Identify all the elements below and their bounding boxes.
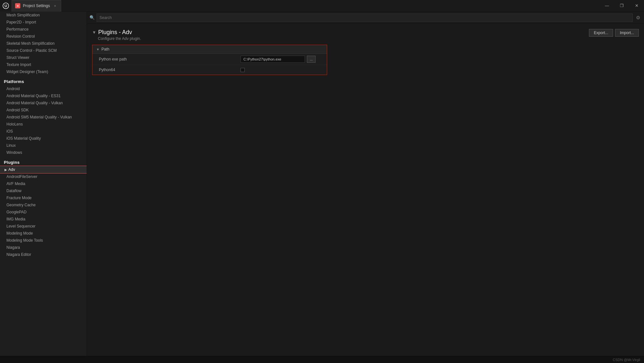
- python-path-input[interactable]: [241, 56, 305, 63]
- collapse-arrow[interactable]: ▼: [92, 30, 96, 35]
- sidebar-item-hololens[interactable]: HoloLens: [0, 121, 87, 128]
- sidebar-item-avf-media[interactable]: AVF Media: [0, 180, 87, 187]
- sidebar-item-adv[interactable]: ▶ Adv: [0, 166, 87, 173]
- plugin-title-text: Plugins - Adv: [98, 29, 132, 36]
- sidebar-item-skeletal-mesh[interactable]: Skeletal Mesh Simplification: [0, 40, 87, 47]
- tab-icon: ⚙: [15, 3, 20, 8]
- sidebar-item-img-media[interactable]: IMG Media: [0, 216, 87, 223]
- search-icon: 🔍: [90, 15, 95, 20]
- python-path-label: Python exe path: [99, 57, 241, 61]
- export-button[interactable]: Export...: [589, 29, 613, 37]
- footer-text: CSDN @Mr.Virgil: [613, 358, 640, 362]
- python64-value: [241, 68, 245, 72]
- sidebar-item-ios[interactable]: iOS: [0, 128, 87, 135]
- plugin-title-area: ▼ Plugins - Adv Configure the Adv plugin…: [92, 29, 141, 41]
- restore-button[interactable]: ❐: [614, 0, 629, 12]
- section-label: Path: [101, 47, 109, 51]
- svg-text:U: U: [5, 4, 7, 8]
- close-button[interactable]: ✕: [629, 0, 644, 12]
- plugins-section-header: Plugins: [0, 157, 87, 166]
- plugin-actions: Export... Import...: [589, 29, 639, 37]
- platforms-section-header: Platforms: [0, 77, 87, 85]
- sidebar-item-texture-import[interactable]: Texture Import: [0, 61, 87, 68]
- svg-text:⚙: ⚙: [17, 5, 19, 7]
- settings-section-path: ▼ Path: [92, 45, 327, 54]
- settings-panel: ▼ Path Python exe path ... Python64: [92, 45, 327, 75]
- search-input[interactable]: [97, 14, 633, 22]
- python-path-value: ...: [241, 56, 316, 63]
- minimize-button[interactable]: —: [600, 0, 614, 12]
- section-collapse-arrow[interactable]: ▼: [96, 48, 99, 51]
- python64-label: Python64: [99, 68, 241, 72]
- sidebar-item-level-sequencer[interactable]: Level Sequencer: [0, 223, 87, 230]
- tab-label: Project Settings: [23, 4, 50, 8]
- sidebar-item-performance[interactable]: Performance: [0, 26, 87, 33]
- main-layout: Mesh Simplification Paper2D - Import Per…: [0, 12, 644, 356]
- sidebar-item-fracture-mode[interactable]: Fracture Mode: [0, 194, 87, 201]
- adv-arrow: ▶: [5, 168, 7, 172]
- settings-row-python-path: Python exe path ...: [92, 54, 327, 65]
- sidebar-item-modeling-mode[interactable]: Modeling Mode: [0, 230, 87, 237]
- title-bar: U ⚙ Project Settings × — ❐ ✕: [0, 0, 644, 12]
- sidebar-item-struct-viewer[interactable]: Struct Viewer: [0, 54, 87, 61]
- sidebar-item-googlepad[interactable]: GooglePAD: [0, 209, 87, 216]
- sidebar-item-android-sm5[interactable]: Android SM5 Material Quality - Vulkan: [0, 114, 87, 121]
- sidebar-item-niagara-editor[interactable]: Niagara Editor: [0, 251, 87, 258]
- browse-button[interactable]: ...: [307, 56, 316, 63]
- sidebar-item-windows[interactable]: Windows: [0, 149, 87, 156]
- search-settings-icon[interactable]: ⚙: [635, 14, 641, 21]
- plugin-subtitle: Configure the Adv plugin.: [92, 36, 141, 41]
- sidebar: Mesh Simplification Paper2D - Import Per…: [0, 12, 87, 356]
- search-bar: 🔍 ⚙: [87, 12, 644, 24]
- title-bar-left: U ⚙ Project Settings ×: [0, 0, 61, 11]
- plugin-title: ▼ Plugins - Adv: [92, 29, 141, 36]
- sidebar-item-niagara[interactable]: Niagara: [0, 244, 87, 251]
- sidebar-item-android-es31[interactable]: Android Material Quality - ES31: [0, 92, 87, 99]
- import-button[interactable]: Import...: [615, 29, 639, 37]
- window-controls: — ❐ ✕: [600, 0, 644, 12]
- sidebar-item-android[interactable]: Android: [0, 85, 87, 92]
- settings-row-python64: Python64: [92, 65, 327, 75]
- sidebar-item-modeling-mode-tools[interactable]: Modeling Mode Tools: [0, 237, 87, 244]
- sidebar-item-mesh-simplification[interactable]: Mesh Simplification: [0, 12, 87, 19]
- project-settings-tab[interactable]: ⚙ Project Settings ×: [12, 0, 61, 12]
- sidebar-item-paper2d[interactable]: Paper2D - Import: [0, 19, 87, 26]
- sidebar-item-android-sdk[interactable]: Android SDK: [0, 107, 87, 114]
- sidebar-item-ios-quality[interactable]: iOS Material Quality: [0, 135, 87, 142]
- sidebar-item-revision-control[interactable]: Revision Control: [0, 33, 87, 40]
- ue-logo: U: [0, 0, 12, 12]
- tab-close-button[interactable]: ×: [52, 3, 58, 8]
- plugin-header: ▼ Plugins - Adv Configure the Adv plugin…: [92, 29, 639, 41]
- sidebar-item-widget-designer[interactable]: Widget Designer (Team): [0, 68, 87, 75]
- sidebar-item-android-vulkan[interactable]: Android Material Quality - Vulkan: [0, 99, 87, 107]
- python64-checkbox[interactable]: [241, 68, 245, 72]
- sidebar-item-source-control[interactable]: Source Control - Plastic SCM: [0, 47, 87, 54]
- sidebar-item-dataflow[interactable]: Dataflow: [0, 187, 87, 194]
- content-area: 🔍 ⚙ ▼ Plugins - Adv Configure the Adv pl…: [87, 12, 644, 356]
- sidebar-item-geometry-cache[interactable]: Geometry Cache: [0, 201, 87, 209]
- footer: CSDN @Mr.Virgil: [0, 356, 644, 363]
- plugin-content: ▼ Plugins - Adv Configure the Adv plugin…: [87, 24, 644, 356]
- sidebar-item-androidfileserver[interactable]: AndroidFileServer: [0, 173, 87, 180]
- sidebar-item-linux[interactable]: Linux: [0, 142, 87, 149]
